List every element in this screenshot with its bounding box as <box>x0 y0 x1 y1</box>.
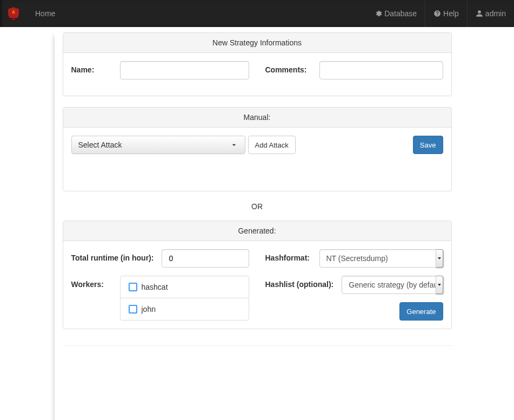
worker-label: hashcat <box>142 283 168 291</box>
footer-divider <box>63 345 452 346</box>
worker-item-john[interactable]: john <box>121 298 249 320</box>
svg-rect-0 <box>10 18 18 19</box>
manual-panel: Manual: Select Attack Add Attack Save <box>63 107 452 191</box>
generated-panel: Generated: Total runtime (in hour): Work… <box>63 221 452 329</box>
nav-admin[interactable]: admin <box>467 0 514 27</box>
comments-input[interactable] <box>319 61 443 79</box>
hashformat-select[interactable] <box>319 249 443 268</box>
nav-help-label: Help <box>443 9 459 18</box>
generate-label: Generate <box>406 308 436 316</box>
hashlist-select[interactable] <box>342 276 443 294</box>
select-attack-label: Select Attack <box>78 141 122 149</box>
add-attack-button[interactable]: Add Attack <box>248 136 296 154</box>
hashformat-label: Hashformat: <box>265 249 311 264</box>
manual-title: Manual: <box>63 108 451 128</box>
shield-flame-icon <box>8 7 19 20</box>
strategy-info-panel: New Strategy Informations Name: Comments… <box>63 32 452 96</box>
gear-icon <box>375 10 382 17</box>
dropdown-caret-icon[interactable] <box>436 249 443 268</box>
user-icon <box>476 10 483 17</box>
nav-home-label: Home <box>35 9 55 18</box>
nav-help[interactable]: Help <box>425 0 467 27</box>
workers-label: Workers: <box>71 276 112 290</box>
dropdown-caret-icon[interactable] <box>436 276 443 294</box>
generate-button[interactable]: Generate <box>399 302 443 321</box>
worker-label: john <box>142 305 156 314</box>
select-attack-dropdown[interactable]: Select Attack <box>71 136 245 154</box>
save-button[interactable]: Save <box>413 136 443 154</box>
checkbox-icon[interactable] <box>129 305 137 314</box>
question-circle-icon <box>433 10 441 17</box>
brand-logo[interactable] <box>0 0 27 27</box>
strategy-info-title: New Strategy Informations <box>63 33 451 53</box>
nav-database-label: Database <box>384 9 417 18</box>
runtime-input[interactable] <box>162 249 249 268</box>
or-separator: OR <box>63 202 452 211</box>
comments-label: Comments: <box>265 61 311 76</box>
name-label: Name: <box>71 61 112 76</box>
checkbox-icon[interactable] <box>129 283 137 291</box>
chevron-down-icon <box>230 141 238 149</box>
nav-home[interactable]: Home <box>27 0 63 27</box>
nav-admin-label: admin <box>485 9 506 18</box>
worker-item-hashcat[interactable]: hashcat <box>121 276 249 298</box>
workers-list: hashcat john <box>120 276 249 321</box>
name-input[interactable] <box>120 61 249 79</box>
runtime-label: Total runtime (in hour): <box>71 249 154 264</box>
generated-title: Generated: <box>63 221 451 241</box>
hashlist-label: Hashlist (optional): <box>265 276 334 290</box>
add-attack-label: Add Attack <box>255 141 289 149</box>
nav-database[interactable]: Database <box>366 0 425 27</box>
save-label: Save <box>420 141 436 149</box>
navbar: Home Database Help admin <box>0 0 514 27</box>
